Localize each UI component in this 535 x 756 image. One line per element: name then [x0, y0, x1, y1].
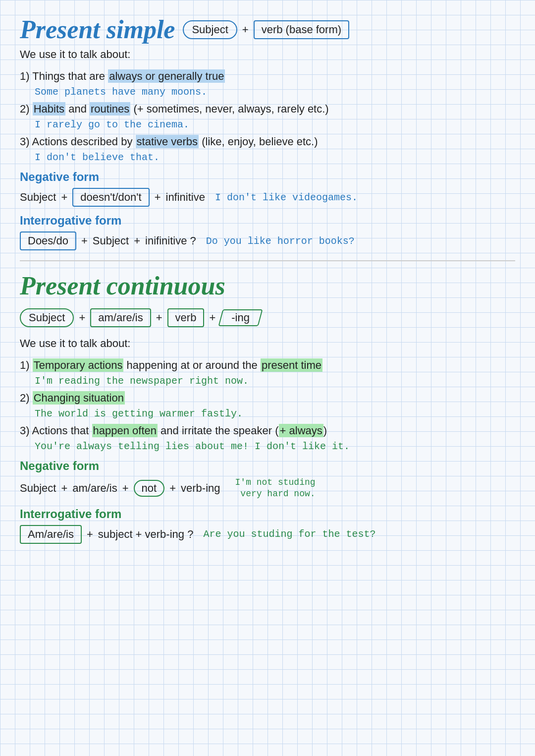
plus-1: +: [242, 23, 249, 36]
pc-neg-note: I'm not studingvery hard now.: [235, 477, 316, 500]
present-simple-title: Present simple: [20, 15, 175, 44]
ps-item-1-highlight: always or generally true: [108, 69, 225, 83]
ps-example-2: I rarely go to the cinema.: [35, 119, 515, 130]
pc-formula-row: Subject + am/are/is + verb + -ing: [20, 308, 515, 327]
ps-example-1: Some planets have many moons.: [35, 86, 515, 98]
pc-am-are-is-box: am/are/is: [90, 308, 151, 327]
present-simple-formula: Subject + verb (base form): [183, 20, 349, 39]
pc-int-plus1: +: [87, 528, 93, 541]
pc-neg-not-oval: not: [134, 480, 165, 497]
pc-neg-plus2: +: [122, 482, 129, 495]
pc-intro: We use it to talk about:: [20, 337, 515, 350]
pc-int-rest: subject + verb-ing ?: [98, 528, 194, 541]
ps-neg-doesnt-box: doesn't/don't: [72, 188, 149, 207]
ps-neg-plus2: +: [155, 191, 161, 204]
verb-base-box: verb (base form): [254, 20, 349, 39]
ps-neg-plus1: +: [61, 191, 67, 204]
ps-int-plus1: +: [81, 234, 88, 247]
pc-plus1: +: [79, 311, 85, 324]
pc-neg-verb-ing: verb-ing: [181, 482, 220, 495]
pc-interrogative-heading: Interrogative form: [20, 507, 515, 521]
pc-neg-plus3: +: [169, 482, 176, 495]
pc-int-formula: Am/are/is + subject + verb-ing ? Are you…: [20, 525, 515, 544]
ps-interrogative-heading: Interrogative form: [20, 214, 515, 228]
ps-item-1-number: 1) Things that are: [20, 70, 108, 82]
pc-item-1-hl2: present time: [261, 358, 322, 372]
ps-int-example: Do you like horror books?: [206, 235, 355, 247]
pc-negative-heading: Negative form: [20, 459, 515, 473]
ps-item-3-text: 3) Actions described by: [20, 135, 136, 148]
pc-neg-formula: Subject + am/are/is + not + verb-ing: [20, 480, 220, 497]
pc-item-2-hl: Changing situation: [33, 391, 125, 405]
pc-int-am-box: Am/are/is: [20, 525, 82, 544]
ps-int-plus2: +: [134, 234, 140, 247]
ps-int-subject: Subject: [93, 234, 129, 247]
pc-verb-box: verb: [167, 308, 205, 327]
pc-item-3: 3) Actions that happen often and irritat…: [20, 422, 515, 439]
ps-negative-formula: Subject + doesn't/don't + infinitive I d…: [20, 188, 515, 207]
ps-item-3-rest: (like, enjoy, believe etc.): [199, 135, 318, 148]
pc-item-3-text: 3) Actions that: [20, 424, 92, 437]
present-simple-intro: We use it to talk about:: [20, 48, 515, 61]
ps-item-2: 2) Habits and routines (+ sometimes, nev…: [20, 101, 515, 117]
ps-int-infinitive: inifinitive ?: [145, 234, 196, 247]
pc-item-3-hl1: happen often: [92, 424, 158, 437]
ps-item-2-number: 2): [20, 103, 33, 115]
present-continuous-section: Present continuous Subject + am/are/is +…: [20, 271, 515, 544]
pc-plus2: +: [156, 311, 162, 324]
ps-item-2-and: and: [65, 103, 90, 115]
ps-example-3: I don't believe that.: [35, 152, 515, 163]
subject-oval: Subject: [183, 20, 237, 39]
pc-item-3-end: ): [323, 424, 327, 437]
pc-item-2-num: 2): [20, 392, 33, 404]
pc-item-3-hl2: + always: [279, 424, 323, 437]
pc-ing-diamond: -ing: [220, 309, 261, 326]
pc-example-3: You're always telling lies about me! I d…: [35, 441, 515, 452]
pc-neg-subject: Subject: [20, 482, 56, 495]
ps-item-3: 3) Actions described by stative verbs (l…: [20, 133, 515, 150]
pc-int-example: Are you studing for the test?: [203, 528, 375, 540]
pc-item-3-mid: and irritate the speaker (: [158, 424, 279, 437]
ps-interrogative-formula: Does/do + Subject + inifinitive ? Do you…: [20, 232, 515, 250]
ps-item-2-highlight2: routines: [90, 102, 130, 116]
present-simple-header: Present simple Subject + verb (base form…: [20, 15, 515, 44]
ps-neg-example: I don't like videogames.: [215, 192, 358, 203]
ps-item-3-highlight: stative verbs: [136, 135, 199, 148]
pc-plus3: +: [209, 311, 215, 324]
ps-neg-infinitive: infinitive: [166, 191, 205, 204]
pc-neg-am: am/are/is: [72, 482, 117, 495]
ps-int-doesdo-box: Does/do: [20, 232, 76, 250]
ps-item-2-highlight1: Habits: [33, 102, 65, 116]
pc-item-1: 1) Temporary actions happening at or aro…: [20, 357, 515, 373]
pc-item-2: 2) Changing situation: [20, 390, 515, 406]
ps-item-1: 1) Things that are always or generally t…: [20, 68, 515, 84]
ps-neg-subject: Subject: [20, 191, 56, 204]
pc-neg-plus1: +: [61, 482, 67, 495]
pc-item-1-mid: happening at or around the: [123, 359, 260, 371]
pc-item-1-num: 1): [20, 359, 33, 371]
pc-example-1: I'm reading the newspaper right now.: [35, 375, 515, 387]
pc-item-1-hl1: Temporary actions: [33, 358, 124, 372]
ps-negative-heading: Negative form: [20, 170, 515, 184]
present-continuous-title: Present continuous: [20, 271, 225, 300]
present-simple-section: Present simple Subject + verb (base form…: [20, 15, 515, 250]
pc-subject-oval: Subject: [20, 308, 74, 327]
pc-negative-formula-row: Subject + am/are/is + not + verb-ing I'm…: [20, 477, 515, 500]
section-divider: [20, 260, 515, 261]
ps-item-2-rest: (+ sometimes, never, always, rarely etc.…: [130, 103, 328, 115]
pc-example-2: The world is getting warmer fastly.: [35, 408, 515, 419]
pc-title-row: Present continuous: [20, 271, 515, 300]
